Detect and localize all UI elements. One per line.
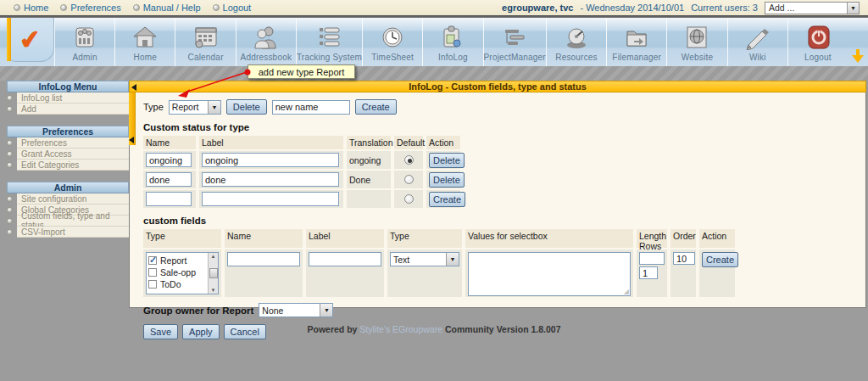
bullet-sphere-icon xyxy=(7,229,13,235)
sidebar-item-preferences[interactable]: Preferences xyxy=(17,137,129,148)
checkbox[interactable] xyxy=(148,268,157,277)
status-cell xyxy=(394,171,423,188)
bullet-sphere-icon xyxy=(7,162,13,168)
egroupware-link[interactable]: Stylite's EGroupware xyxy=(359,324,442,334)
toolbar-app-home[interactable]: Home xyxy=(114,18,175,66)
status-create-button[interactable]: Create xyxy=(429,192,465,207)
toolbar-app-projectmanager[interactable]: ProjectManager xyxy=(483,18,546,66)
toolbar-app-timesheet[interactable]: TimeSheet xyxy=(362,18,422,66)
panel-side-handle[interactable] xyxy=(129,92,136,145)
chevron-down-icon[interactable]: ▼ xyxy=(208,101,220,114)
footer: Powered by Stylite's EGroupware Communit… xyxy=(0,324,868,334)
app-label: Addressbook xyxy=(241,53,292,62)
checkbox[interactable] xyxy=(148,256,157,265)
chevron-down-icon[interactable]: ▼ xyxy=(320,304,332,317)
sidebar-item-grant-access[interactable]: Grant Access xyxy=(17,148,129,160)
create-type-button[interactable]: Create xyxy=(355,99,397,115)
listbox-option-sale-opp[interactable]: Sale-opp xyxy=(148,266,208,278)
scroll-up-icon[interactable]: ▲ xyxy=(211,254,216,259)
sidebar-item-csv-import[interactable]: CSV-Import xyxy=(17,227,129,238)
values-textarea[interactable]: ◢ xyxy=(468,252,631,296)
default-radio[interactable] xyxy=(404,194,414,204)
chevron-down-icon[interactable]: ▼ xyxy=(847,3,859,14)
top-link-preferences[interactable]: Preferences xyxy=(60,3,120,13)
content-panel: InfoLog - Custom fields, type and status… xyxy=(129,81,866,308)
status-label-input[interactable] xyxy=(202,153,339,167)
field-create-button[interactable]: Create xyxy=(702,252,738,267)
top-link-manual-help[interactable]: Manual / Help xyxy=(133,3,201,13)
app-label: InfoLog xyxy=(438,53,468,62)
sidebar-item-custom-fields[interactable]: Custom fields, type and status xyxy=(17,216,129,227)
tooltip: add new type Report xyxy=(248,64,355,79)
sidebar-item-edit-categories[interactable]: Edit Categories xyxy=(17,160,129,171)
toolbar-app-tracking-system[interactable]: Tracking System xyxy=(296,18,362,66)
sidebar-menu-title: Admin xyxy=(7,182,129,193)
status-name-input[interactable] xyxy=(146,153,192,167)
option-label: ToDo xyxy=(160,279,181,289)
field-type-select-cell: Text ▼ xyxy=(387,249,462,297)
sidebar-item-label: Preferences xyxy=(21,138,67,148)
resize-grip-icon[interactable]: ◢ xyxy=(624,288,629,295)
logo-cell[interactable]: ✔ xyxy=(0,18,54,66)
listbox-scrollbar[interactable]: ▲ ▼ xyxy=(208,253,218,294)
toolbar-collapse-arrow[interactable] xyxy=(848,18,868,66)
filemanager-icon xyxy=(622,23,651,52)
toolbar-app-website[interactable]: Website xyxy=(666,18,726,66)
type-select[interactable]: Report ▼ xyxy=(169,100,221,115)
status-name-input[interactable] xyxy=(146,172,192,187)
toolbar-app-admin[interactable]: Admin xyxy=(54,18,114,66)
field-label-input[interactable] xyxy=(309,252,381,266)
version-text: Community Version 1.8.007 xyxy=(442,324,560,334)
default-radio[interactable] xyxy=(404,175,414,184)
field-length-cell xyxy=(637,249,667,297)
sidebar-item-add[interactable]: Add xyxy=(17,104,129,115)
toolbar-app-infolog[interactable]: InfoLog xyxy=(422,18,482,66)
bullet-sphere-icon xyxy=(7,207,13,213)
delete-type-button[interactable]: Delete xyxy=(226,99,267,115)
top-link-home[interactable]: Home xyxy=(14,3,48,13)
type-label: Type xyxy=(143,102,164,112)
order-input[interactable] xyxy=(673,252,695,265)
listbox-option-todo[interactable]: ToDo xyxy=(148,278,208,290)
new-type-name-input[interactable] xyxy=(272,100,350,115)
status-delete-button[interactable]: Delete xyxy=(429,153,465,168)
sidebar-item-infolog-list[interactable]: InfoLog list xyxy=(17,92,129,104)
bullet-sphere-icon xyxy=(14,4,20,11)
scrollbar-thumb[interactable] xyxy=(209,268,218,278)
rows-input[interactable] xyxy=(639,266,658,279)
toolbar-app-calendar[interactable]: Calendar xyxy=(175,18,235,66)
scroll-down-icon[interactable]: ▼ xyxy=(211,288,216,293)
type-multiselect-listbox[interactable]: Report Sale-opp ToDo ▲ ▼ xyxy=(146,252,219,294)
toolbar-app-logout[interactable]: Logout xyxy=(787,18,848,66)
default-radio[interactable] xyxy=(404,155,414,165)
top-link-label: Preferences xyxy=(70,3,120,13)
status-label-input[interactable] xyxy=(202,192,339,206)
field-name-input[interactable] xyxy=(227,252,300,266)
top-link-logout[interactable]: Logout xyxy=(213,3,252,13)
bullet-sphere-icon xyxy=(7,218,13,224)
checkbox[interactable] xyxy=(148,280,157,289)
toolbar-app-wiki[interactable]: Wiki xyxy=(727,18,787,66)
status-delete-button[interactable]: Delete xyxy=(429,172,465,188)
field-type-select[interactable]: Text ▼ xyxy=(390,252,459,266)
quick-add-select[interactable]: Add ... ▼ xyxy=(765,2,860,14)
app-label: Filemanager xyxy=(612,53,661,62)
listbox-option-report[interactable]: Report xyxy=(148,255,208,266)
sidebar-item-site-configuration[interactable]: Site configuration xyxy=(17,193,129,205)
fields-section-heading: custom fields xyxy=(143,216,857,226)
status-label-input[interactable] xyxy=(202,172,339,187)
status-cell xyxy=(143,171,196,188)
collapse-left-icon[interactable] xyxy=(131,84,136,91)
option-label: Sale-opp xyxy=(160,267,196,277)
app-label: ProjectManager xyxy=(484,53,546,62)
col-header-name: Name xyxy=(143,136,196,149)
toolbar-app-resources[interactable]: Resources xyxy=(546,18,606,66)
sidebar-menu-preferences: Preferences Preferences Grant Access Edi… xyxy=(7,126,129,171)
toolbar-app-filemanager[interactable]: Filemanager xyxy=(606,18,666,66)
group-owner-select[interactable]: None ▼ xyxy=(259,303,333,317)
chevron-down-icon[interactable]: ▼ xyxy=(446,253,459,266)
col-header-order: Order xyxy=(670,229,696,248)
status-name-input[interactable] xyxy=(146,192,192,206)
toolbar-app-addressbook[interactable]: Addressbook xyxy=(236,18,296,66)
length-input[interactable] xyxy=(639,252,665,265)
